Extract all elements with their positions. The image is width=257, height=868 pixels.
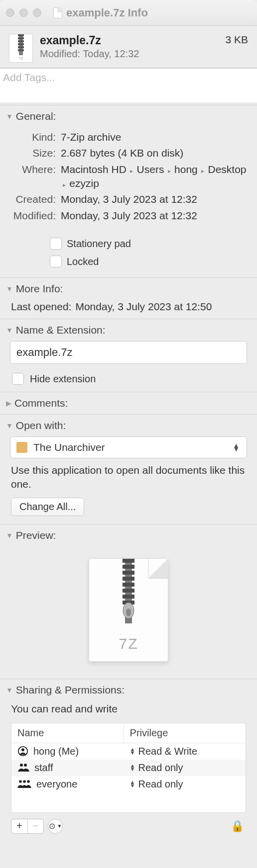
file-size: 3 KB [225,34,248,46]
svg-rect-13 [123,589,134,593]
chevron-down-icon: ▼ [6,531,13,539]
privilege-value: Read only [138,779,183,790]
col-name-header[interactable]: Name [11,723,124,743]
privilege-value: Read & Write [138,746,197,757]
chevron-down-icon: ▼ [6,285,13,293]
table-row[interactable]: hong (Me)▲▼Read & Write [11,743,246,760]
svg-rect-12 [123,583,134,587]
action-menu-button[interactable]: ⊙▼ [48,819,63,834]
size-value: 2.687 bytes (4 KB on disk) [61,146,257,160]
select-arrows-icon: ▲▼ [233,444,240,451]
col-privilege-header[interactable]: Privilege [124,723,246,743]
remove-permission-button[interactable]: − [28,819,44,833]
comments-section: ▶ Comments: [0,392,257,415]
titlebar[interactable]: example.7z Info [0,0,257,26]
section-title: Sharing & Permissions: [16,684,125,696]
table-row[interactable]: staff▲▼Read only [11,760,246,776]
locked-row: Locked [0,253,257,270]
kind-label: Kind: [0,130,56,144]
general-header[interactable]: ▼ General: [0,105,257,127]
file-icon [53,7,62,18]
chevron-down-icon: ▼ [6,686,13,694]
user-name: hong (Me) [33,746,79,757]
table-row [11,792,246,812]
preview-section: ▼ Preview: 7Z [0,524,257,679]
minimize-window-button[interactable] [19,8,28,17]
svg-rect-11 [123,577,134,581]
svg-point-24 [27,780,30,783]
file-name: example.7z [40,34,218,47]
page-fold-icon [148,559,168,579]
user-name: staff [34,762,53,774]
file-modified: Modified: Today, 12:32 [40,48,218,60]
preview-header[interactable]: ▼ Preview: [0,524,257,546]
svg-point-23 [23,780,26,783]
zipper-icon [17,34,24,55]
stationery-pad-checkbox[interactable] [50,238,62,250]
permissions-controls: + − ⊙▼ 🔒 [0,813,257,843]
tags-section [0,68,257,105]
svg-rect-1 [18,34,24,36]
privilege-value: Read only [138,762,183,774]
preview-thumbnail[interactable]: 7Z [89,558,168,662]
stationery-pad-label: Stationery pad [67,238,131,250]
add-permission-button[interactable]: + [11,819,28,833]
locked-checkbox[interactable] [50,256,62,267]
name-extension-header[interactable]: ▼ Name & Extension: [0,319,257,341]
permissions-table: Name Privilege hong (Me)▲▼Read & Writest… [11,723,246,813]
chevron-right-icon: ▶ [6,399,11,407]
sharing-description: You can read and write [0,701,257,723]
name-extension-input[interactable] [10,341,247,364]
last-opened-label: Last opened: [11,301,71,313]
created-value: Monday, 3 July 2023 at 12:32 [61,192,257,206]
privilege-select[interactable]: ▲▼Read only [124,776,246,792]
table-row[interactable]: everyone▲▼Read only [11,776,246,792]
tags-input[interactable] [0,69,257,102]
privilege-select[interactable]: ▲▼Read & Write [124,743,246,760]
svg-rect-4 [18,43,24,45]
zoom-window-button[interactable] [33,8,41,17]
svg-rect-10 [123,571,134,575]
more-info-header[interactable]: ▼ More Info: [0,278,257,300]
svg-rect-2 [18,37,24,39]
stepper-arrows-icon: ▲▼ [130,764,135,771]
sharing-permissions-header[interactable]: ▼ Sharing & Permissions: [0,679,257,701]
stepper-arrows-icon: ▲▼ [130,748,135,755]
comments-header[interactable]: ▶ Comments: [0,392,257,414]
chevron-down-icon: ▼ [6,422,13,430]
section-title: Comments: [14,397,68,409]
svg-rect-6 [18,49,24,51]
section-title: General: [16,110,56,122]
section-title: Open with: [16,420,66,432]
sharing-permissions-section: ▼ Sharing & Permissions: You can read an… [0,679,257,843]
add-remove-segmented: + − [11,819,44,834]
chevron-down-icon: ▼ [57,823,62,829]
open-with-app: The Unarchiver [33,441,105,453]
svg-point-22 [19,780,22,783]
svg-point-19 [21,749,24,752]
svg-point-21 [24,764,27,767]
hide-extension-row: Hide extension [0,370,257,392]
zipper-icon [121,559,136,623]
stationery-pad-row: Stationery pad [0,235,257,253]
user-icon [17,779,31,789]
window-title-area: example.7z Info [53,6,148,19]
section-title: More Info: [16,283,63,295]
svg-point-20 [20,764,23,767]
where-label: Where: [0,163,56,191]
privilege-select[interactable]: ▲▼Read only [124,760,246,776]
file-icon[interactable]: 7Z [9,34,33,63]
ellipsis-icon: ⊙ [49,821,55,831]
change-all-button[interactable]: Change All... [11,498,84,516]
open-with-description: Use this application to open all documen… [0,463,257,498]
close-window-button[interactable] [6,8,14,17]
open-with-header[interactable]: ▼ Open with: [0,415,257,436]
name-extension-section: ▼ Name & Extension: Hide extension [0,319,257,392]
locked-label: Locked [67,256,99,267]
hide-extension-checkbox[interactable] [12,373,24,385]
svg-rect-5 [18,46,24,48]
open-with-section: ▼ Open with: The Unarchiver ▲▼ Use this … [0,415,257,524]
svg-rect-14 [123,595,134,599]
open-with-select[interactable]: The Unarchiver ▲▼ [10,436,247,458]
lock-icon[interactable]: 🔒 [231,820,246,833]
